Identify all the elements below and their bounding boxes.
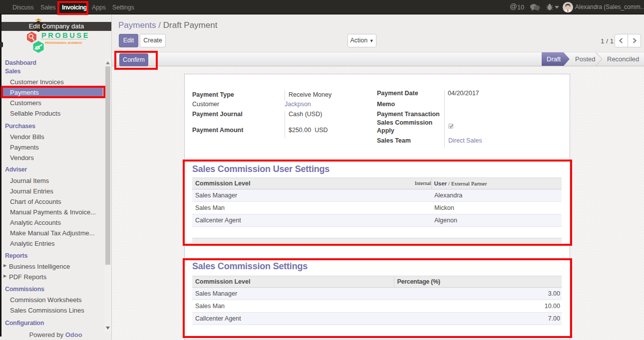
svg-text:Posted: Posted (575, 55, 595, 63)
svg-text:Draft: Draft (547, 55, 561, 63)
svg-text:Reconciled: Reconciled (607, 55, 639, 63)
